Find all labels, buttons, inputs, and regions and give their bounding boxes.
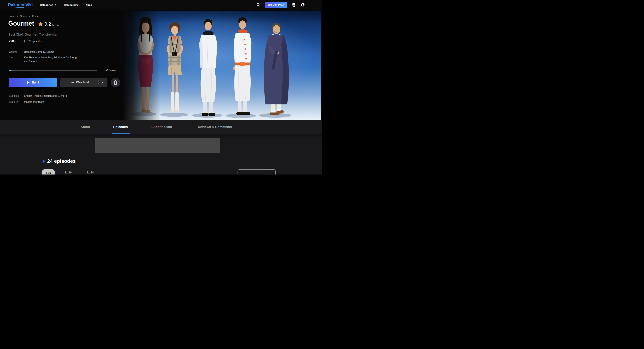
- nav-right: Get Viki Pass: [256, 2, 305, 8]
- hero-left-fade: [123, 11, 160, 120]
- figure-chef-orange-scarf: [233, 17, 252, 115]
- play-icon: [27, 81, 30, 84]
- subtitles-row: Subtitles English, Polish, Russian and 1…: [9, 94, 67, 98]
- watchlist-label: Watchlist: [76, 81, 89, 84]
- top-nav: Rakuten Viki Categories Community Apps: [0, 0, 322, 10]
- breadcrumb: Home > Series > Korea: [8, 15, 38, 18]
- section-tabbar: About Episodes Subtitle team Reviews & C…: [0, 120, 322, 134]
- episodes-header-text: 24 episodes: [47, 158, 76, 164]
- page-pill-1-10[interactable]: 1-10: [42, 169, 55, 175]
- figure-elder-hanbok: [264, 23, 289, 115]
- breadcrumb-separator: >: [29, 15, 30, 18]
- watchlist-dropdown-icon[interactable]: [102, 82, 104, 83]
- subs-by-value: Master chef team: [24, 100, 44, 104]
- play-triangle-icon: [42, 159, 46, 163]
- subtitles-label: Subtitles: [9, 94, 24, 98]
- episode-search-icon[interactable]: [269, 174, 272, 175]
- release-year: 2008: [9, 39, 16, 43]
- genres-label: Genres: [9, 50, 24, 54]
- cast-label: Cast: [9, 55, 24, 63]
- watchlist-divider: [98, 80, 99, 85]
- plus-icon: [72, 81, 74, 84]
- episodes-section: 24 episodes 1-10 11-20 21-24: [0, 134, 322, 175]
- tab-subtitle-team[interactable]: Subtitle team: [152, 125, 172, 129]
- breadcrumb-series[interactable]: Series: [20, 15, 27, 18]
- ad-placeholder: [95, 138, 220, 153]
- progress-fill: [9, 70, 12, 71]
- episode-number-input[interactable]: [238, 172, 268, 175]
- episodes-header: 24 episodes: [42, 158, 76, 164]
- action-buttons: Ep. 1 Watchlist: [9, 78, 120, 87]
- logo-rakuten-text: Rakuten: [8, 3, 24, 7]
- content-rating-badge: 15: [19, 39, 25, 43]
- genres-row: Genres Romantic Comedy, Drama: [9, 50, 54, 54]
- tab-reviews-comments[interactable]: Reviews & Comments: [198, 125, 232, 129]
- breadcrumb-separator: >: [17, 15, 18, 18]
- nav-item-community[interactable]: Community: [64, 4, 78, 6]
- hero-image: [123, 11, 321, 120]
- get-viki-pass-button[interactable]: Get Viki Pass: [265, 2, 287, 8]
- rating-value: 9.2: [45, 22, 51, 27]
- alternate-titles: Best Chef, Gourmet, Trencherman: [8, 33, 58, 37]
- tab-episodes[interactable]: Episodes: [113, 125, 128, 129]
- page-link-11-20[interactable]: 11-20: [65, 171, 72, 174]
- page-title: Gourmet: [8, 20, 34, 27]
- search-icon[interactable]: [256, 3, 260, 7]
- nav-item-label: Categories: [40, 4, 53, 6]
- rating-count: (1,403): [52, 23, 60, 26]
- nav-item-label: Apps: [86, 4, 92, 6]
- episode-search-box: [238, 169, 276, 175]
- subs-by-row: Subs By Master chef team: [9, 100, 44, 104]
- watchlist-button[interactable]: Watchlist: [60, 78, 108, 87]
- watch-progress: 2/65mins: [9, 69, 116, 72]
- logo-swoosh: [8, 7, 25, 8]
- genres-value: Romantic Comedy, Drama: [24, 50, 54, 54]
- cast-names: Kim Rae Won, Nam Sang Mi, Kwon Oh Joong: [24, 56, 77, 59]
- account-icon[interactable]: [300, 3, 305, 7]
- viki-series-page: Rakuten Viki Categories Community Apps: [0, 0, 322, 175]
- nav-items: Categories Community Apps: [40, 4, 92, 6]
- chevron-down-icon: [54, 5, 56, 6]
- breadcrumb-korea[interactable]: Korea: [32, 15, 38, 18]
- subtitles-value: English, Polish, Russian and 13 more: [24, 94, 67, 98]
- star-icon: [38, 22, 43, 27]
- progress-label: 2/65mins: [106, 69, 116, 72]
- episode-count: 24 episodes: [28, 40, 42, 43]
- cast-more[interactable]: and 2 more: [24, 60, 37, 63]
- logo-viki-text: Viki: [26, 3, 32, 7]
- figure-woman-camera: [168, 22, 182, 112]
- page-link-21-24[interactable]: 21-24: [87, 171, 94, 174]
- nav-item-label: Community: [64, 4, 78, 6]
- title-row: Gourmet 9.2 (1,403): [8, 20, 60, 27]
- rakuten-viki-logo[interactable]: Rakuten Viki: [8, 3, 32, 7]
- play-episode-button[interactable]: Ep. 1: [9, 78, 57, 87]
- popcorn-gift-icon[interactable]: [292, 3, 296, 7]
- figure-chef-black-scarf: [199, 19, 217, 116]
- progress-track: [9, 70, 97, 71]
- active-tab-underline: [112, 133, 130, 134]
- meta-row: 2008 15 24 episodes: [9, 39, 42, 43]
- tab-about[interactable]: About: [81, 125, 90, 129]
- cast-row: Cast Kim Rae Won, Nam Sang Mi, Kwon Oh J…: [9, 55, 77, 63]
- gift-popcorn-button[interactable]: [111, 78, 120, 87]
- nav-item-categories[interactable]: Categories: [40, 4, 56, 6]
- nav-item-apps[interactable]: Apps: [86, 4, 92, 6]
- breadcrumb-home[interactable]: Home: [8, 15, 15, 18]
- subs-by-label: Subs By: [9, 100, 24, 104]
- cast-value: Kim Rae Won, Nam Sang Mi, Kwon Oh Joong …: [24, 55, 77, 63]
- play-label: Ep. 1: [32, 81, 39, 84]
